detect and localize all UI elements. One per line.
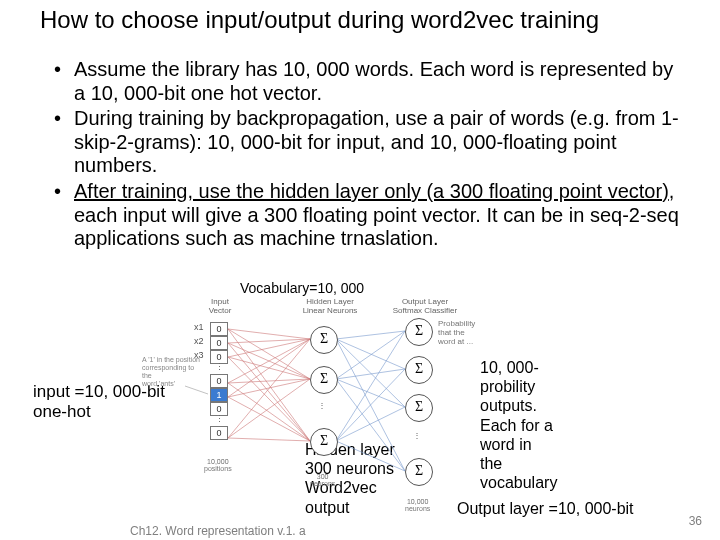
bullet-list: Assume the library has 10, 000 words. Ea…	[50, 58, 680, 253]
text: Each for a	[480, 417, 553, 434]
svg-line-22	[336, 331, 405, 379]
svg-line-20	[336, 339, 405, 407]
output-description: 10, 000- probility outputs. Each for a w…	[480, 358, 557, 492]
svg-line-30	[185, 386, 208, 394]
text: one-hot	[33, 402, 91, 421]
svg-line-16	[228, 397, 310, 441]
sigma-neuron: Σ	[310, 326, 338, 354]
text: word in	[480, 436, 532, 453]
sigma-neuron: Σ	[310, 428, 338, 456]
svg-line-1	[228, 339, 310, 343]
sigma-neuron: Σ	[405, 318, 433, 346]
svg-line-7	[228, 343, 310, 379]
svg-line-8	[228, 357, 310, 379]
svg-line-18	[336, 331, 405, 339]
bullet-underlined: After training, use the hidden layer onl…	[74, 180, 669, 202]
bullet-item: After training, use the hidden layer onl…	[50, 180, 680, 251]
sigma-neuron: Σ	[405, 394, 433, 422]
text: probility	[480, 378, 535, 395]
sigma-neuron: Σ	[405, 356, 433, 384]
text: vocabulary	[480, 474, 557, 491]
page-number: 36	[689, 514, 702, 528]
output-layer-label: Output layer =10, 000-bit	[457, 500, 634, 518]
sigma-neuron: Σ	[310, 366, 338, 394]
svg-line-0	[228, 329, 310, 339]
sigma-neuron: Σ	[405, 458, 433, 486]
svg-line-14	[228, 357, 310, 441]
svg-line-9	[228, 379, 310, 383]
text: outputs.	[480, 397, 537, 414]
slide: How to choose input/output during word2v…	[0, 0, 720, 540]
svg-line-29	[336, 441, 405, 471]
svg-line-19	[336, 339, 405, 369]
network-diagram: Input Vector Hidden Layer Linear Neurons…	[160, 298, 470, 533]
svg-line-23	[336, 369, 405, 379]
vocabulary-label: Vocabulary=10, 000	[240, 280, 364, 296]
text: 10, 000-	[480, 359, 539, 376]
svg-line-17	[228, 438, 310, 441]
slide-title: How to choose input/output during word2v…	[40, 6, 700, 35]
bullet-item: Assume the library has 10, 000 words. Ea…	[50, 58, 680, 105]
svg-line-27	[336, 369, 405, 441]
text: the	[480, 455, 502, 472]
bullet-item: During training by backpropagation, use …	[50, 107, 680, 178]
